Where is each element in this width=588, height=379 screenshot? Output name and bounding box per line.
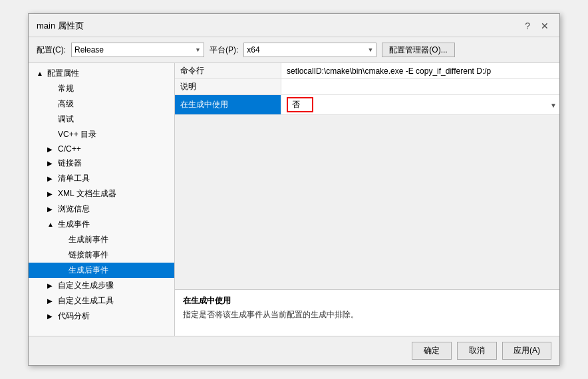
title-buttons: ? ✕ bbox=[522, 19, 551, 33]
tree-item[interactable]: VC++ 目录 bbox=[29, 127, 174, 142]
command-value-text: setlocalID:\cmake\bin\cmake.exe -E copy_… bbox=[287, 66, 491, 76]
platform-select[interactable]: x64 ▼ bbox=[243, 43, 376, 57]
property-value: setlocalID:\cmake\bin\cmake.exe -E copy_… bbox=[281, 63, 559, 78]
tree-item[interactable]: ▶自定义生成工具 bbox=[29, 293, 174, 309]
expand-icon: ▶ bbox=[47, 282, 55, 289]
right-panel: 命令行setlocalID:\cmake\bin\cmake.exe -E co… bbox=[175, 63, 559, 336]
expand-icon: ▶ bbox=[47, 175, 55, 182]
config-manager-button[interactable]: 配置管理器(O)... bbox=[382, 43, 454, 57]
tree-item[interactable]: 高级 bbox=[29, 96, 174, 112]
config-chevron-icon: ▼ bbox=[195, 47, 201, 53]
tree-item-label: 常规 bbox=[58, 83, 74, 94]
dialog-title: main 属性页 bbox=[37, 20, 84, 32]
tree-item-label: 代码分析 bbox=[58, 311, 90, 322]
apply-button[interactable]: 应用(A) bbox=[502, 342, 551, 360]
expand-icon: ▶ bbox=[47, 190, 55, 197]
tree-item-label: 配置属性 bbox=[47, 68, 79, 79]
tree-item[interactable]: ▶清单工具 bbox=[29, 171, 174, 186]
tree-item[interactable]: 常规 bbox=[29, 81, 174, 96]
expand-icon: ▶ bbox=[47, 313, 55, 320]
config-row: 配置(C): Release ▼ 平台(P): x64 ▼ 配置管理器(O)..… bbox=[29, 37, 559, 63]
main-dialog: main 属性页 ? ✕ 配置(C): Release ▼ 平台(P): x64… bbox=[28, 13, 560, 366]
expand-icon: ▶ bbox=[47, 160, 55, 167]
config-select-value: Release bbox=[74, 45, 104, 55]
tree-item-label: C/C++ bbox=[58, 144, 81, 154]
tree-item-label: 自定义生成步骤 bbox=[58, 280, 114, 291]
tree-item-label: 高级 bbox=[58, 98, 74, 110]
properties-table: 命令行setlocalID:\cmake\bin\cmake.exe -E co… bbox=[175, 63, 559, 289]
tree-item-label: 链接器 bbox=[58, 158, 82, 169]
tree-item[interactable]: ▶XML 文档生成器 bbox=[29, 186, 174, 201]
help-button[interactable]: ? bbox=[522, 19, 533, 33]
platform-select-value: x64 bbox=[247, 45, 259, 55]
property-row: 说明 bbox=[175, 79, 559, 95]
platform-chevron-icon: ▼ bbox=[367, 47, 373, 53]
tree-item-label: XML 文档生成器 bbox=[58, 188, 116, 199]
tree-item[interactable]: ▶浏览信息 bbox=[29, 201, 174, 217]
button-row: 确定 取消 应用(A) bbox=[29, 336, 559, 365]
tree-item[interactable]: ▶链接器 bbox=[29, 156, 174, 171]
expand-icon: ▲ bbox=[37, 70, 45, 77]
tree-item[interactable]: 链接前事件 bbox=[29, 247, 174, 263]
expand-icon: ▶ bbox=[47, 297, 55, 305]
description-title: 在生成中使用 bbox=[183, 295, 551, 307]
title-bar: main 属性页 ? ✕ bbox=[29, 14, 559, 37]
tree-item-label: 生成后事件 bbox=[69, 265, 108, 276]
config-select[interactable]: Release ▼ bbox=[71, 43, 204, 57]
tree-item-label: 自定义生成工具 bbox=[58, 295, 114, 307]
main-area: ▲配置属性常规高级调试VC++ 目录▶C/C++▶链接器▶清单工具▶XML 文档… bbox=[29, 63, 559, 336]
ok-button[interactable]: 确定 bbox=[412, 342, 452, 360]
close-button[interactable]: ✕ bbox=[538, 19, 551, 33]
tree-item[interactable]: ▶C/C++ bbox=[29, 142, 174, 156]
dropdown-arrow-icon[interactable]: ▼ bbox=[550, 101, 557, 108]
tree-item[interactable]: ▶代码分析 bbox=[29, 309, 174, 324]
tree-item[interactable]: 调试 bbox=[29, 112, 174, 127]
property-row: 在生成中使用否▼ bbox=[175, 95, 559, 115]
tree-item-label: 链接前事件 bbox=[69, 249, 108, 261]
description-text: 指定是否将该生成事件从当前配置的生成中排除。 bbox=[183, 309, 551, 320]
tree-item[interactable]: ▶自定义生成步骤 bbox=[29, 278, 174, 293]
description-area: 在生成中使用 指定是否将该生成事件从当前配置的生成中排除。 bbox=[175, 289, 559, 336]
property-name: 在生成中使用 bbox=[175, 95, 281, 114]
expand-icon: ▶ bbox=[47, 146, 55, 153]
config-label: 配置(C): bbox=[37, 45, 66, 56]
tree-item-label: 清单工具 bbox=[58, 173, 90, 184]
property-row: 命令行setlocalID:\cmake\bin\cmake.exe -E co… bbox=[175, 63, 559, 79]
tree-item[interactable]: ▲配置属性 bbox=[29, 66, 174, 81]
expand-icon: ▶ bbox=[47, 205, 55, 213]
tree-item-label: 浏览信息 bbox=[58, 203, 90, 215]
property-value[interactable]: 否▼ bbox=[281, 95, 559, 114]
platform-label: 平台(P): bbox=[210, 45, 238, 56]
tree-panel: ▲配置属性常规高级调试VC++ 目录▶C/C++▶链接器▶清单工具▶XML 文档… bbox=[29, 63, 175, 336]
tree-item-label: VC++ 目录 bbox=[58, 129, 96, 140]
cancel-button[interactable]: 取消 bbox=[457, 342, 497, 360]
property-value bbox=[281, 79, 559, 94]
tree-item-label: 生成前事件 bbox=[69, 234, 108, 245]
property-name: 命令行 bbox=[175, 63, 281, 78]
property-name: 说明 bbox=[175, 79, 281, 94]
tree-item[interactable]: 生成前事件 bbox=[29, 232, 174, 247]
tree-item[interactable]: ▲生成事件 bbox=[29, 217, 174, 232]
expand-icon: ▲ bbox=[47, 221, 55, 228]
use-in-build-value: 否 bbox=[287, 97, 313, 112]
tree-item-label: 生成事件 bbox=[58, 219, 90, 230]
tree-item[interactable]: 生成后事件 bbox=[29, 263, 174, 278]
tree-item-label: 调试 bbox=[58, 114, 74, 125]
